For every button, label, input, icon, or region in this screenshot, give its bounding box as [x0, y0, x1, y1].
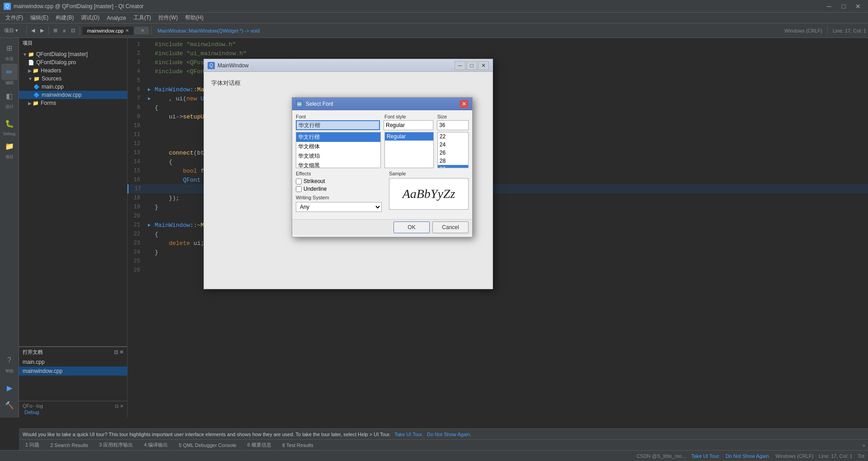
- bottom-tab-compile[interactable]: 4 编译输出: [139, 441, 172, 449]
- sfd-style-list[interactable]: Regular: [384, 132, 434, 168]
- bottom-tab-app-output[interactable]: 3 应用程序输出: [95, 441, 138, 449]
- menu-build[interactable]: 构建(B): [52, 13, 77, 23]
- sfd-size-item-0[interactable]: 22: [438, 132, 468, 141]
- sfd-size-label: Size: [437, 114, 469, 119]
- tab-other[interactable]: ✕: [134, 27, 149, 34]
- project-root-item[interactable]: ▼ 📁 QFontDialog [master]: [19, 50, 127, 58]
- sfd-size-item-3[interactable]: 28: [438, 157, 468, 165]
- bottom-tab-test[interactable]: 8 Test Results: [278, 442, 318, 449]
- sfd-font-item-0[interactable]: 华文行楷: [296, 132, 380, 142]
- menu-tools[interactable]: 工具(T): [130, 13, 155, 23]
- sfd-inputs-row: [296, 120, 469, 130]
- status-do-not-show[interactable]: Do Not Show Again.: [726, 453, 770, 459]
- font-dialog-label: 字体对话框: [211, 79, 241, 87]
- nav-button1[interactable]: ⊞: [51, 26, 60, 35]
- line-num-18: 18: [128, 195, 146, 201]
- menu-edit[interactable]: 编辑(E): [27, 13, 52, 23]
- sfd-strikeout-checkbox[interactable]: [296, 179, 302, 184]
- maximize-button[interactable]: □: [837, 2, 850, 11]
- mainwindow-close-btn[interactable]: ✕: [478, 61, 489, 70]
- sfd-underline-checkbox[interactable]: [296, 186, 302, 192]
- sfd-font-list[interactable]: 华文行楷 华文楷体 华文琥珀 华文细黑 华文行楷: [296, 132, 381, 168]
- menu-analyze[interactable]: Analyze: [103, 14, 130, 22]
- project-selector[interactable]: 项目 ▾: [2, 26, 20, 35]
- line-num-2: 2: [128, 50, 146, 56]
- tab-close-icon-2[interactable]: ✕: [141, 28, 144, 33]
- sfd-style-item-0[interactable]: Regular: [385, 132, 433, 141]
- ft-main-cpp[interactable]: 🔷 main.cpp: [19, 83, 127, 91]
- sidebar-project-btn[interactable]: 📁: [1, 138, 18, 154]
- menu-controls[interactable]: 控件(W): [155, 13, 181, 23]
- nav-button3[interactable]: ⊡: [69, 26, 77, 35]
- close-button[interactable]: ✕: [852, 2, 864, 11]
- build-button[interactable]: 🔨: [1, 397, 18, 413]
- sidebar-edit-label: 编辑: [5, 80, 14, 86]
- sidebar-help-btn[interactable]: ?: [1, 352, 18, 368]
- line-num-16: 16: [128, 177, 146, 183]
- mainwindow-maximize-btn[interactable]: □: [466, 61, 477, 70]
- nav-button2[interactable]: ≡: [61, 27, 68, 35]
- status-take-tour[interactable]: Take UI Tour.: [691, 453, 720, 459]
- sfd-cancel-button[interactable]: Cancel: [432, 221, 469, 233]
- sfd-font-item-1[interactable]: 华文楷体: [296, 142, 380, 151]
- open-file-mainwindow-cpp[interactable]: mainwindow.cpp: [19, 367, 127, 376]
- mainwindow-minimize-btn[interactable]: ─: [455, 61, 465, 70]
- menu-help[interactable]: 帮助(H): [181, 13, 207, 23]
- sfd-size-item-2[interactable]: 26: [438, 149, 468, 157]
- bottom-tab-summary[interactable]: 6 概要信息: [243, 441, 276, 449]
- sfd-size-input[interactable]: [437, 120, 469, 130]
- debug-label-item[interactable]: Debug: [23, 409, 123, 416]
- ft-headers-folder[interactable]: ▶ 📁 Headers: [19, 66, 127, 75]
- minimize-button[interactable]: ─: [823, 2, 835, 11]
- sfd-underline-label: Underline: [304, 186, 327, 192]
- bottom-tab-search[interactable]: 2 Search Results: [46, 442, 93, 449]
- title-bar: Q mainwindow.cpp @ QFontDialog [master] …: [0, 0, 868, 13]
- run-button[interactable]: ▶: [1, 380, 18, 396]
- tour-message: Would you like to take a quick UI tour? …: [23, 432, 391, 437]
- sfd-close-button[interactable]: ✕: [460, 100, 469, 108]
- bottom-expand-icon: ▲: [862, 442, 866, 447]
- sfd-font-item-2[interactable]: 华文琥珀: [296, 151, 380, 161]
- sfd-effects-title: Effects: [296, 171, 382, 176]
- tab-close-icon[interactable]: ✕: [125, 28, 129, 33]
- bottom-tab-problems[interactable]: 1 问题: [21, 441, 44, 449]
- forward-button[interactable]: ▶: [38, 26, 46, 35]
- sfd-style-input[interactable]: [384, 120, 433, 130]
- ft-forms-folder[interactable]: ▶ 📁 Forms: [19, 99, 127, 107]
- line-num-23: 23: [128, 240, 146, 246]
- back-button[interactable]: ◀: [29, 26, 37, 35]
- ft-headers-label: Headers: [41, 67, 61, 74]
- ft-pro-file[interactable]: 📄 QFontDialog.pro: [19, 58, 127, 66]
- menu-debug[interactable]: 调试(D): [77, 13, 103, 23]
- ft-mainwindow-cpp[interactable]: 🔷 mainwindow.cpp: [19, 91, 127, 99]
- line-num-24: 24: [128, 249, 146, 255]
- sidebar-edit-btn[interactable]: ✏: [1, 64, 18, 80]
- sfd-font-item-3[interactable]: 华文细黑: [296, 161, 380, 168]
- status-bar: CSDN @S_little_mo... Take UI Tour. Do No…: [0, 450, 868, 461]
- sfd-writing-select[interactable]: Any: [296, 202, 382, 212]
- tab-mainwindow-cpp[interactable]: mainwindow.cpp ✕: [82, 27, 133, 35]
- ft-main-cpp-label: main.cpp: [42, 84, 64, 90]
- ft-sources-folder[interactable]: ▼ 📁 Sources: [19, 75, 127, 83]
- sfd-size-item-1[interactable]: 24: [438, 141, 468, 149]
- sfd-size-item-4[interactable]: 36: [438, 165, 468, 168]
- sidebar-debug-btn[interactable]: 🐛: [1, 115, 18, 132]
- menu-file[interactable]: 文件(F): [2, 13, 27, 23]
- file-tree: ▼ 📁 QFontDialog [master] 📄 QFontDialog.p…: [19, 48, 128, 346]
- sidebar-welcome-btn[interactable]: ⊞: [1, 40, 18, 56]
- sfd-font-input[interactable]: [296, 120, 380, 130]
- sfd-underline-row: Underline: [296, 186, 382, 192]
- take-tour-link[interactable]: Take UI Tour.: [394, 432, 423, 437]
- sidebar-design-btn[interactable]: ◧: [1, 88, 18, 104]
- sfd-size-list[interactable]: 22 24 26 28 36: [437, 132, 469, 168]
- ft-pro-label: QFontDialog.pro: [36, 59, 76, 66]
- sfd-ok-button[interactable]: OK: [394, 221, 430, 233]
- open-file-main-cpp[interactable]: main.cpp: [19, 358, 127, 367]
- debug-header: QFo···log ⊡ ✕: [23, 403, 123, 409]
- bottom-tab-qml[interactable]: 5 QML Debugger Console: [174, 442, 241, 449]
- open-files-label: 打开文档: [23, 349, 43, 356]
- do-not-show-link[interactable]: Do Not Show Again.: [427, 432, 471, 437]
- line-num-20: 20: [128, 213, 146, 219]
- line-num-6: 6: [128, 86, 146, 93]
- select-font-dialog: 🔤 Select Font ✕ Font Font style Size 华文行…: [292, 97, 473, 237]
